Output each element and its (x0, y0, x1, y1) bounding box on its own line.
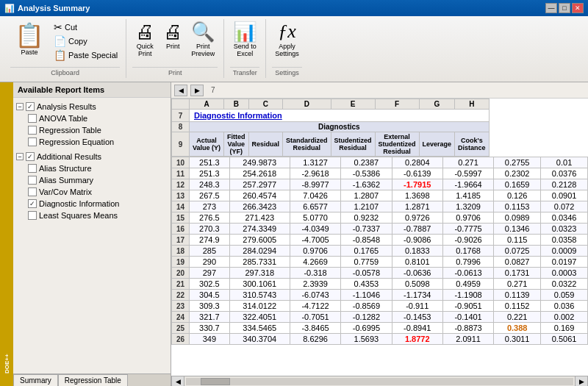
cell-14-b: 266.3423 (229, 201, 290, 212)
cell-20-d: -0.0578 (341, 268, 392, 279)
cell-21-c: 2.3939 (290, 279, 340, 290)
sidebar: Available Report Items − Analysis Result… (13, 82, 171, 386)
cell-10-f: 0.271 (442, 157, 493, 168)
cell-10-b: 249.9873 (229, 157, 290, 168)
row-num-9: 9 (172, 132, 190, 157)
settings-items: ƒx ApplySettings (272, 21, 302, 67)
send-to-excel-button[interactable]: 📊 Send toExcel (230, 21, 259, 59)
cell-12-b: 257.2977 (229, 179, 290, 190)
tree-regression-equation[interactable]: Regression Equation (16, 136, 168, 148)
checkbox-varcov[interactable] (28, 187, 37, 196)
expander-analysis-results[interactable]: − (16, 103, 24, 110)
clipboard-label: Clipboard (10, 67, 120, 76)
cell-10-d: 0.2387 (341, 157, 392, 168)
paste-special-icon: 📋 (54, 49, 66, 61)
cell-11-b: 254.2618 (229, 168, 290, 179)
tree-regression-table[interactable]: Regression Table (16, 124, 168, 136)
close-button[interactable]: ✕ (572, 3, 584, 13)
checkbox-analysis-results[interactable] (26, 102, 35, 111)
tab-regression-table[interactable]: Regression Table (58, 374, 128, 386)
row-num-8: 8 (172, 122, 190, 132)
checkbox-regression-equation[interactable] (28, 137, 37, 146)
row-num-21: 21 (172, 279, 190, 290)
diagnostic-info-link[interactable]: Diagnostic Information (194, 111, 282, 120)
scrollbar-track[interactable] (186, 378, 573, 385)
checkbox-alias-summary[interactable] (28, 176, 37, 185)
row-num-13: 13 (172, 190, 190, 201)
print-preview-button[interactable]: 🔍 PrintPreview (188, 21, 218, 59)
cell-26-h: 0.5061 (541, 334, 588, 345)
table-row-24: 24321.7322.4051-0.7051-0.1282-0.1453-0.1… (172, 312, 588, 323)
tree-alias-summary[interactable]: Alias Summary (16, 174, 168, 186)
copy-button[interactable]: 📄 Copy (51, 35, 120, 48)
row-8: 8 Diagnostics (172, 122, 490, 132)
tree-diagnostic-info[interactable]: Diagnostic Information (16, 198, 168, 210)
expander-additional[interactable]: − (16, 153, 24, 160)
copy-label: Copy (68, 37, 87, 46)
cell-11-c: -2.9618 (290, 168, 340, 179)
minimize-button[interactable]: — (545, 3, 557, 13)
maximize-button[interactable]: □ (559, 3, 570, 13)
checkbox-least-squares[interactable] (28, 211, 37, 220)
cell-26-g: 0.3011 (494, 334, 541, 345)
tab-summary[interactable]: Summary (13, 374, 58, 386)
cell-14-h: 0.072 (541, 201, 588, 212)
cell-11-d: -0.5386 (341, 168, 392, 179)
cell-19-c: 4.2669 (290, 257, 340, 268)
cell-26-e: 1.8772 (392, 334, 442, 345)
checkbox-additional[interactable] (26, 152, 35, 161)
checkbox-regression-table[interactable] (28, 126, 37, 135)
cell-26-c: 8.6296 (290, 334, 340, 345)
nav-right-button[interactable]: ▶ (190, 85, 204, 96)
col-header-f: F (375, 99, 419, 110)
cell-16-c: -4.0349 (290, 224, 340, 235)
row-num-19: 19 (172, 257, 190, 268)
cell-23-c: -4.7122 (290, 301, 340, 312)
cell-23-b: 314.0122 (229, 301, 290, 312)
quick-print-button[interactable]: 🖨 QuickPrint (132, 21, 157, 59)
row-num-26: 26 (172, 334, 190, 345)
print-preview-icon: 🔍 (191, 22, 215, 41)
cell-21-e: 0.5098 (392, 279, 442, 290)
row-num-7: 7 (172, 110, 190, 122)
tree-least-squares[interactable]: Least Squares Means (16, 210, 168, 221)
cell-16-g: 0.1346 (494, 224, 541, 235)
cell-17-c: -4.7005 (290, 235, 340, 246)
subheader-a: ActualValue (Y) (190, 132, 224, 157)
checkbox-diagnostic[interactable] (28, 199, 37, 208)
row-7: 7 Diagnostic Information (172, 110, 490, 122)
scroll-left-button[interactable]: ◀ (171, 376, 184, 387)
table-row-11: 11251.3254.2618-2.9618-0.5386-0.6139-0.5… (172, 168, 588, 179)
paste-button[interactable]: 📋 Paste (10, 21, 49, 59)
send-to-excel-label: Send toExcel (234, 43, 257, 57)
tree-alias-structure[interactable]: Alias Structure (16, 162, 168, 174)
tree-label-analysis-results: Analysis Results (37, 102, 96, 111)
tree-varcov[interactable]: Var/Cov Matrix (16, 186, 168, 198)
print-button[interactable]: 🖨 Print (160, 21, 185, 51)
checkbox-alias-structure[interactable] (28, 164, 37, 173)
nav-left-button[interactable]: ◀ (174, 85, 187, 96)
cell-24-f: -0.1401 (442, 312, 493, 323)
grid-container[interactable]: A B C D E F G H 7 Diagnost (171, 99, 588, 376)
paste-special-button[interactable]: 📋 Paste Special (51, 49, 120, 62)
diagnostics-header: Diagnostics (190, 122, 490, 132)
print-preview-label: PrintPreview (191, 43, 215, 57)
cell-22-d: -1.1046 (341, 290, 392, 301)
row-num-16: 16 (172, 224, 190, 235)
cut-button[interactable]: ✂ Cut (51, 21, 120, 34)
tree-analysis-results[interactable]: − Analysis Results (16, 101, 168, 112)
settings-group: ƒx ApplySettings Settings (266, 19, 308, 78)
bottom-scrollbar[interactable]: ◀ ▶ (171, 376, 588, 386)
scrollbar-thumb[interactable] (201, 378, 230, 385)
table-row-22: 22304.5310.5743-6.0743-1.1046-1.1734-1.1… (172, 290, 588, 301)
tree-anova-table[interactable]: ANOVA Table (16, 112, 168, 124)
cell-22-h: 0.059 (541, 290, 588, 301)
scroll-right-button[interactable]: ▶ (575, 376, 588, 387)
cell-16-f: -0.7775 (442, 224, 493, 235)
tree-additional-results[interactable]: − Additional Results (16, 151, 168, 162)
apply-settings-button[interactable]: ƒx ApplySettings (272, 21, 302, 59)
cell-15-h: 0.0346 (541, 212, 588, 224)
cell-14-e: 1.2871 (392, 201, 442, 212)
cell-24-d: -0.1282 (341, 312, 392, 323)
checkbox-anova[interactable] (28, 114, 37, 123)
